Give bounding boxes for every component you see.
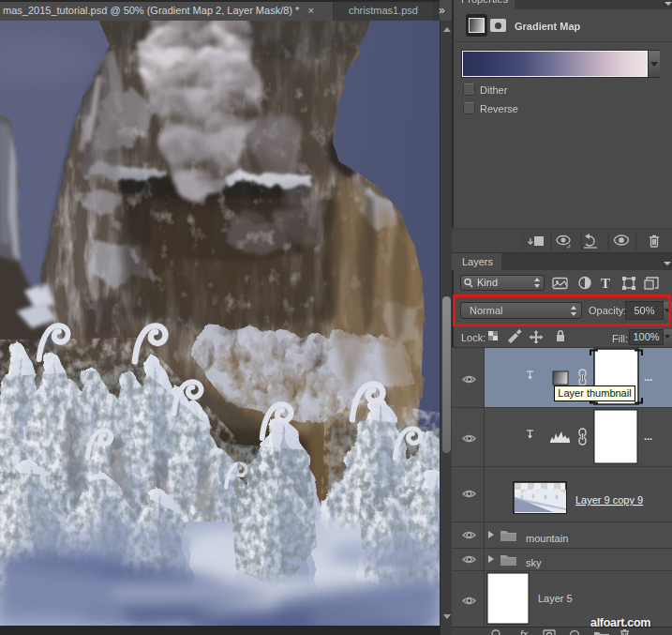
svg-text:Kind: Kind: [477, 277, 498, 288]
svg-text:sky: sky: [526, 557, 542, 568]
svg-text:...: ...: [644, 431, 652, 442]
svg-text:mountain: mountain: [526, 533, 568, 544]
svg-text:T: T: [601, 276, 610, 291]
svg-text:Layer 9 copy 9: Layer 9 copy 9: [575, 494, 643, 506]
svg-text:fx: fx: [520, 629, 529, 635]
svg-text:Layer 5: Layer 5: [538, 593, 573, 604]
svg-text:...: ...: [644, 371, 652, 383]
